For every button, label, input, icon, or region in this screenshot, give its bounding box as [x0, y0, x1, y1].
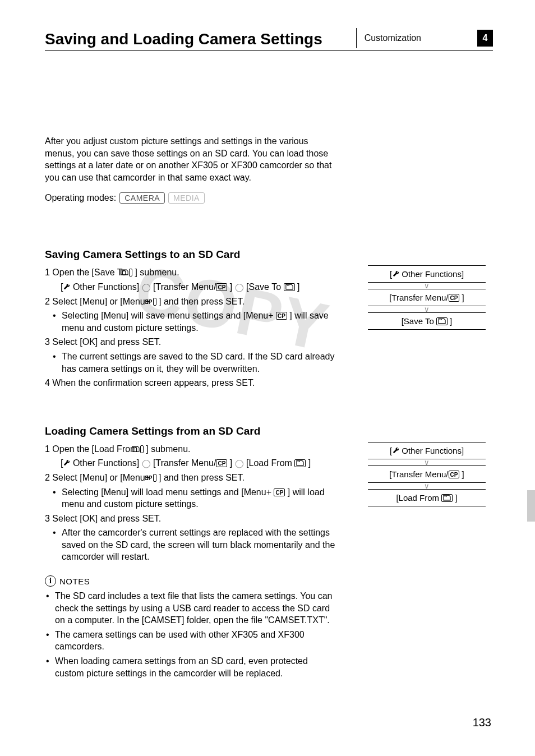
saving-step3: 3 Select [OK] and press SET. — [45, 336, 342, 348]
chapter-number: 4 — [483, 33, 488, 43]
cp-icon: CP — [216, 283, 227, 291]
saving-step3-sub: The current settings are saved to the SD… — [45, 351, 342, 375]
saving-step1-path: [ Other Functions] ◯ [Transfer Menu/CP ]… — [45, 281, 342, 293]
saving-menu-path: [ Other Functions] ∨ [Transfer Menu/CP ]… — [368, 265, 486, 391]
menu-path-row: [Transfer Menu/CP ] — [368, 289, 486, 306]
wrench-icon — [63, 283, 70, 291]
sd-icon — [284, 283, 295, 291]
saving-heading: Saving Camera Settings to an SD Card — [45, 248, 342, 261]
saving-step2-sub: Selecting [Menu] will save menu settings… — [45, 310, 342, 334]
cp-icon: CP — [276, 312, 287, 320]
nav-dot-icon: ◯ — [142, 459, 151, 468]
loading-menu-path: [ Other Functions] ∨ [Transfer Menu/CP ]… — [368, 442, 486, 565]
saving-steps: Saving Camera Settings to an SD Card 1 O… — [45, 248, 342, 391]
mode-camera: CAMERA — [119, 192, 165, 204]
note-item: The SD card includes a text file that li… — [45, 590, 336, 626]
menu-path-row: [Transfer Menu/CP ] — [368, 465, 486, 483]
notes-heading: i NOTES — [45, 575, 493, 587]
mode-media: MEDIA — [168, 192, 205, 204]
sd-icon — [441, 494, 453, 502]
saving-step1: 1 Open the [Save To ] submenu. — [45, 266, 342, 279]
page-content: Saving and Loading Camera Settings Custo… — [0, 0, 535, 704]
nav-dot-icon: ◯ — [235, 459, 244, 468]
loading-heading: Loading Camera Settings from an SD Card — [45, 425, 342, 437]
saving-step2: 2 Select [Menu] or [Menu+ CP ] and then … — [45, 296, 342, 308]
notes-label: NOTES — [59, 577, 90, 586]
header-category: Customization — [365, 33, 421, 43]
cp-icon: CP — [274, 488, 285, 496]
menu-path-row: [Load From ] — [368, 489, 486, 506]
menu-path-row: [ Other Functions] — [368, 442, 486, 459]
loading-step1-path: [ Other Functions] ◯ [Transfer Menu/CP ]… — [45, 457, 342, 469]
wrench-icon — [63, 459, 70, 467]
sd-icon — [436, 317, 448, 325]
loading-step2: 2 Select [Menu] or [Menu+ CP ] and then … — [45, 472, 342, 484]
thumb-tab — [527, 490, 535, 522]
page-header: Saving and Loading Camera Settings Custo… — [45, 28, 493, 51]
menu-path-row: [Save To ] — [368, 312, 486, 330]
cp-icon: CP — [449, 471, 460, 478]
saving-section: Saving Camera Settings to an SD Card 1 O… — [45, 248, 493, 391]
wrench-icon — [392, 270, 399, 278]
loading-section: Loading Camera Settings from an SD Card … — [45, 425, 493, 565]
loading-step1: 1 Open the [Load From ] submenu. — [45, 443, 342, 455]
wrench-icon — [392, 447, 399, 454]
cp-icon: CP — [216, 459, 227, 467]
loading-step3: 3 Select [OK] and press SET. — [45, 513, 342, 525]
saving-step4: 4 When the confirmation screen appears, … — [45, 377, 342, 389]
page-title: Saving and Loading Camera Settings — [45, 30, 356, 48]
chapter-number-box: 4 — [477, 30, 493, 47]
loading-step2-sub: Selecting [Menu] will load menu settings… — [45, 486, 342, 510]
sd-icon — [294, 459, 306, 467]
loading-step3-sub: After the camcorder's current settings a… — [45, 527, 342, 563]
note-item: When loading camera settings from an SD … — [45, 655, 336, 679]
menu-path-row: [ Other Functions] — [368, 265, 486, 283]
loading-steps: Loading Camera Settings from an SD Card … — [45, 425, 342, 565]
info-icon: i — [45, 575, 56, 587]
header-separator — [356, 28, 357, 48]
nav-dot-icon: ◯ — [235, 283, 244, 292]
operating-modes: Operating modes: CAMERA MEDIA — [45, 192, 493, 204]
operating-modes-label: Operating modes: — [45, 193, 116, 203]
cp-icon: CP — [449, 294, 460, 302]
note-item: The camera settings can be used with oth… — [45, 629, 336, 653]
header-right: Customization 4 — [356, 28, 493, 48]
page-number: 133 — [473, 716, 491, 729]
nav-dot-icon: ◯ — [142, 283, 151, 292]
intro-paragraph: After you adjust custom picture settings… — [45, 135, 336, 183]
